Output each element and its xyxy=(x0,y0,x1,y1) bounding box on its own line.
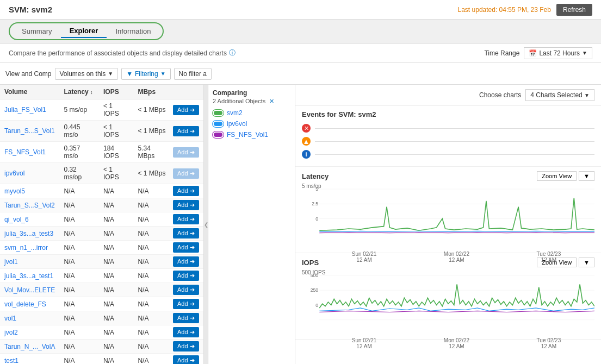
latency-options-button[interactable]: ▼ xyxy=(579,171,594,181)
table-row: jvol1 N/A N/A N/A Add ➔ xyxy=(0,255,203,269)
iops-section: IOPS Zoom View ▼ 500 IOPS xyxy=(295,253,601,340)
x-label-mon2: Mon 02/2212 AM xyxy=(444,337,469,349)
add-button[interactable]: Add ➔ xyxy=(173,299,199,309)
cell-volume[interactable]: vol1 xyxy=(0,311,59,325)
table-row: ipv6vol 0.32 ms/op < 1 IOPS < 1 MBps Add… xyxy=(0,163,203,184)
tab-explorer[interactable]: Explorer xyxy=(61,24,107,38)
description-text: Compare the performance of associated ob… xyxy=(9,49,227,57)
table-row: svm_n1_...irror N/A N/A N/A Add ➔ xyxy=(0,241,203,255)
cell-iops: N/A xyxy=(99,241,133,255)
add-button[interactable]: Add ➔ xyxy=(173,214,199,224)
filtering-dropdown[interactable]: ▼ Filtering ▼ xyxy=(121,68,170,80)
cell-mbps: < 1 MBps xyxy=(133,163,171,184)
no-filter-dropdown[interactable]: No filter a xyxy=(174,68,212,80)
x-label-sun: Sun 02/2112 AM xyxy=(352,251,377,263)
cell-latency: N/A xyxy=(59,311,99,325)
add-button[interactable]: Add ➔ xyxy=(173,327,199,337)
cell-action: Add ➔ xyxy=(171,297,203,311)
add-button[interactable]: Add ➔ xyxy=(173,271,199,281)
cell-action: Add ➔ xyxy=(171,255,203,269)
cell-volume[interactable]: qi_vol_6 xyxy=(0,212,59,227)
cell-mbps: N/A xyxy=(133,184,171,198)
scroll-indicator[interactable]: ❮ xyxy=(204,85,208,364)
cell-volume[interactable]: Tarun_S...S_Vol1 xyxy=(0,121,59,142)
add-button[interactable]: Add ➔ xyxy=(173,242,199,253)
comparing-items: svm2 ipv6vol FS_NFS_Vol1 xyxy=(213,109,290,139)
filtering-label: Filtering xyxy=(135,70,158,78)
time-range-dropdown[interactable]: 📅 Last 72 Hours ▼ xyxy=(524,47,592,59)
cell-volume[interactable]: FS_NFS_Vol1 xyxy=(0,142,59,163)
comparing-item: FS_NFS_Vol1 xyxy=(213,131,290,139)
col-latency[interactable]: Latency ↕ xyxy=(59,85,99,99)
cell-action: Add ➔ xyxy=(171,325,203,340)
cell-mbps: N/A xyxy=(133,297,171,311)
add-button[interactable]: Add ➔ xyxy=(173,313,199,323)
table-row: FS_NFS_Vol1 0.357 ms/o 184 IOPS 5.34 MBp… xyxy=(0,142,203,163)
cell-volume[interactable]: myvol5 xyxy=(0,184,59,198)
cell-volume[interactable]: ipv6vol xyxy=(0,163,59,184)
col-mbps: MBps xyxy=(133,85,171,99)
cell-volume[interactable]: jvol2 xyxy=(0,325,59,340)
svg-text:0: 0 xyxy=(315,303,318,308)
cell-mbps: N/A xyxy=(133,283,171,297)
latency-header: Latency Zoom View ▼ xyxy=(302,171,594,181)
cell-mbps: < 1 MBps xyxy=(133,99,171,121)
latency-zoom-button[interactable]: Zoom View xyxy=(537,171,577,181)
chevron-down-icon: ▼ xyxy=(108,71,113,77)
cell-mbps: N/A xyxy=(133,325,171,340)
cell-latency: 0.32 ms/op xyxy=(59,163,99,184)
x-label-tue: Tue 02/2312 AM xyxy=(537,251,561,263)
cell-volume[interactable]: jvol1 xyxy=(0,255,59,269)
toolbar: Compare the performance of associated ob… xyxy=(0,43,601,63)
eye-icon xyxy=(213,121,224,127)
cell-volume[interactable]: test1 xyxy=(0,354,59,365)
add-button[interactable]: Add ➔ xyxy=(173,341,199,352)
cell-iops: N/A xyxy=(99,325,133,340)
cell-volume[interactable]: Tarun_N_..._VolA xyxy=(0,340,59,354)
cell-volume[interactable]: vol_delete_FS xyxy=(0,297,59,311)
add-button[interactable]: Add ➔ xyxy=(173,355,199,364)
close-comparing-icon[interactable]: ✕ xyxy=(269,98,274,104)
cell-latency: N/A xyxy=(59,297,99,311)
tab-summary[interactable]: Summary xyxy=(13,25,61,37)
add-button[interactable]: Add ➔ xyxy=(173,228,199,239)
table-row: myvol5 N/A N/A N/A Add ➔ xyxy=(0,184,203,198)
cell-mbps: 5.34 MBps xyxy=(133,142,171,163)
charts-select[interactable]: 4 Charts Selected ▼ xyxy=(525,89,594,101)
cell-volume[interactable]: svm_n1_...irror xyxy=(0,241,59,255)
cell-volume[interactable]: Tarun_S...S_Vol2 xyxy=(0,198,59,212)
cell-latency: 5 ms/op xyxy=(59,99,99,121)
volumes-dropdown[interactable]: Volumes on this ▼ xyxy=(55,68,119,80)
page-title: SVM: svm2 xyxy=(9,5,52,14)
cell-action: Add ➔ xyxy=(171,198,203,212)
help-icon: ⓘ xyxy=(229,48,236,58)
cell-volume[interactable]: julia_3s...a_test1 xyxy=(0,269,59,283)
cell-action: Add ➔ xyxy=(171,227,203,241)
error-icon: ✕ xyxy=(302,124,311,133)
cell-volume[interactable]: julia_3s...a_test3 xyxy=(0,227,59,241)
cell-latency: N/A xyxy=(59,269,99,283)
cell-volume[interactable]: Vol_Mov...ELETE xyxy=(0,283,59,297)
add-button[interactable]: Add ➔ xyxy=(173,285,199,295)
tab-information[interactable]: Information xyxy=(107,25,159,37)
add-button[interactable]: Add ➔ xyxy=(173,186,199,196)
comparing-name[interactable]: svm2 xyxy=(227,109,243,117)
add-button[interactable]: Add ➔ xyxy=(173,126,199,136)
table-row: vol1 N/A N/A N/A Add ➔ xyxy=(0,311,203,325)
cell-volume[interactable]: Julia_FS_Vol1 xyxy=(0,99,59,121)
comparing-name[interactable]: ipv6vol xyxy=(227,120,247,128)
charts-selected-value: 4 Charts Selected xyxy=(530,91,582,99)
cell-action: Add ➔ xyxy=(171,163,203,184)
comparing-name[interactable]: FS_NFS_Vol1 xyxy=(227,131,268,139)
refresh-button[interactable]: Refresh xyxy=(556,4,592,16)
filter-bar: View and Comp Volumes on this ▼ ▼ Filter… xyxy=(0,63,601,85)
add-button[interactable]: Add ➔ xyxy=(173,105,199,115)
table-row: test1 N/A N/A N/A Add ➔ xyxy=(0,354,203,365)
cell-iops: N/A xyxy=(99,311,133,325)
add-button[interactable]: Add ➔ xyxy=(173,200,199,210)
cell-latency: N/A xyxy=(59,255,99,269)
event-line-error xyxy=(315,128,594,129)
calendar-icon: 📅 xyxy=(529,49,537,57)
add-button[interactable]: Add ➔ xyxy=(173,256,199,267)
cell-mbps: N/A xyxy=(133,255,171,269)
